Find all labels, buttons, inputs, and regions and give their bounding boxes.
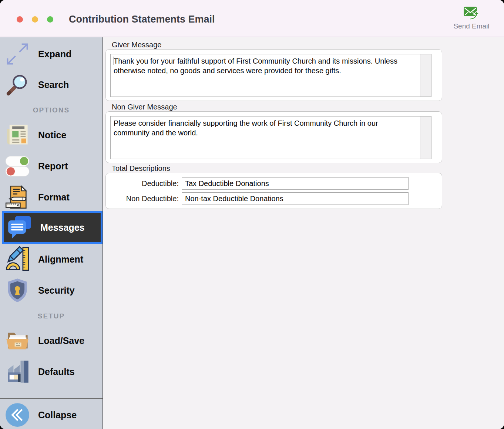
sidebar-item-expand[interactable]: Expand (0, 38, 103, 70)
chat-bubbles-icon (7, 214, 32, 241)
sidebar-item-label: Expand (38, 49, 71, 60)
sidebar-item-label: Security (38, 285, 75, 296)
sidebar-item-label: Format (38, 192, 70, 203)
sidebar-section-options: OPTIONS (0, 106, 103, 114)
sidebar-item-label: Load/Save (38, 335, 84, 346)
non-giver-message-textarea[interactable]: Please consider financially supporting t… (110, 116, 431, 159)
scrollbar-track[interactable] (420, 54, 431, 97)
non-deductible-label: Non Deductible: (106, 192, 179, 205)
non-giver-message-groupbox: Please consider financially supporting t… (105, 111, 442, 163)
sidebar-divider (0, 398, 103, 399)
sidebar-item-label: Defaults (38, 366, 75, 377)
titlebar: Contribution Statements Email Send Email (0, 0, 504, 37)
newspaper-icon (5, 121, 30, 149)
factory-icon (5, 358, 30, 385)
toggle-switches-icon (5, 152, 30, 180)
pencil-ruler-icon (5, 246, 30, 273)
sidebar-item-label: Notice (38, 130, 66, 141)
main-content: Giver Message Thank you for your faithfu… (104, 37, 504, 429)
scrollbar-track[interactable] (420, 116, 431, 159)
sidebar-item-alignment[interactable]: Alignment (0, 244, 103, 275)
zoom-window-button[interactable] (47, 16, 53, 23)
sidebar-item-collapse[interactable]: Collapse (0, 399, 103, 429)
non-giver-message-label: Non Giver Message (112, 103, 177, 111)
total-descriptions-groupbox: Deductible: Non Deductible: (105, 173, 442, 209)
giver-message-label: Giver Message (112, 41, 162, 49)
deductible-input[interactable] (182, 177, 409, 190)
sidebar-item-format[interactable]: Format (0, 182, 103, 213)
sidebar-item-defaults[interactable]: Defaults (0, 356, 103, 387)
sidebar-item-report[interactable]: Report (0, 151, 103, 182)
sidebar-section-setup: SETUP (0, 312, 103, 320)
send-email-label: Send Email (446, 22, 497, 30)
window-title: Contribution Statements Email (69, 14, 215, 25)
sidebar-item-search[interactable]: Search (0, 69, 103, 100)
envelope-send-icon (463, 6, 480, 21)
deductible-label: Deductible: (106, 177, 179, 190)
giver-message-text: Thank you for your faithful support of F… (111, 54, 419, 77)
close-window-button[interactable] (17, 16, 23, 23)
sidebar-item-security[interactable]: Security (0, 275, 103, 306)
sidebar-item-label: Report (38, 161, 68, 172)
send-email-button[interactable]: Send Email (446, 6, 497, 30)
non-deductible-input[interactable] (182, 192, 409, 205)
sidebar: Expand Search OPTIONS (0, 37, 103, 429)
sidebar-item-label: Messages (40, 222, 85, 233)
giver-message-textarea[interactable]: Thank you for your faithful support of F… (110, 54, 431, 97)
minimize-window-button[interactable] (32, 16, 38, 23)
app-window: Contribution Statements Email Send Email (0, 0, 504, 429)
expand-arrows-icon (5, 40, 30, 68)
format-document-icon (5, 183, 30, 211)
sidebar-item-label: Search (38, 80, 69, 90)
sidebar-item-loadsave[interactable]: Load/Save (0, 325, 103, 356)
sidebar-item-messages[interactable]: Messages (2, 211, 103, 244)
non-giver-message-text: Please consider financially supporting t… (111, 116, 419, 139)
sidebar-item-label: Collapse (38, 410, 77, 420)
collapse-chevrons-icon (5, 401, 30, 429)
total-descriptions-label: Total Descriptions (112, 164, 170, 173)
sidebar-item-notice[interactable]: Notice (0, 119, 103, 151)
giver-message-groupbox: Thank you for your faithful support of F… (105, 49, 442, 101)
folder-icon (5, 327, 30, 354)
magnifier-icon (5, 71, 30, 98)
sidebar-item-label: Alignment (38, 254, 83, 265)
shield-lock-icon (5, 277, 30, 304)
